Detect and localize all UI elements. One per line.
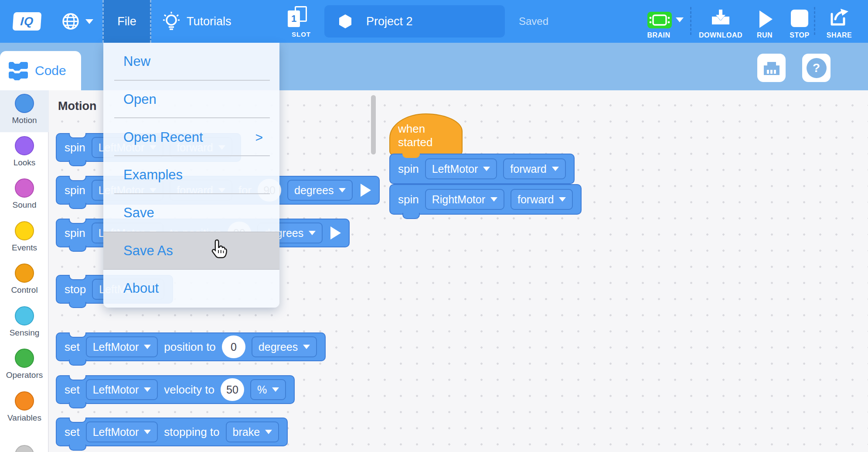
value-input[interactable]: 0 xyxy=(222,336,245,358)
menu-item-examples[interactable]: Examples xyxy=(103,156,279,194)
motion-category-icon xyxy=(15,94,34,113)
hat-label: when started xyxy=(398,122,462,149)
unit-dropdown[interactable]: degrees xyxy=(252,336,317,357)
workspace-block-spin-right[interactable]: spin RightMotor forward xyxy=(389,184,582,215)
block-run-icon[interactable] xyxy=(330,226,341,240)
palette-header-motion: Motion xyxy=(58,99,96,113)
operators-category-icon xyxy=(15,349,34,368)
dropdown-caret-icon xyxy=(339,188,346,192)
hexagon-icon xyxy=(339,14,351,28)
palette-block-set-velocity[interactable]: set LeftMotor velocity to 50 % xyxy=(56,375,295,404)
motor-dropdown[interactable]: LeftMotor xyxy=(425,158,497,179)
language-selector[interactable] xyxy=(61,10,99,33)
block-word: stop xyxy=(65,283,86,296)
globe-icon xyxy=(61,12,80,31)
control-category-icon xyxy=(15,264,34,283)
dropdown-value: LeftMotor xyxy=(93,341,139,353)
project-name-button[interactable]: Project 2 xyxy=(324,5,505,38)
device-port-icon xyxy=(762,59,781,77)
tab-code[interactable]: Code xyxy=(0,51,81,90)
brain-icon[interactable] xyxy=(647,11,672,29)
dropdown-value: forward xyxy=(517,193,554,206)
block-bump xyxy=(69,160,86,166)
block-bump xyxy=(69,445,86,451)
device-info-button[interactable] xyxy=(757,54,786,82)
run-label: RUN xyxy=(751,31,779,39)
when-started-hat-block[interactable]: when started xyxy=(389,113,463,155)
menu-item-open[interactable]: Open xyxy=(103,81,279,119)
block-word: set xyxy=(65,383,80,397)
sidebar-item-looks[interactable]: Looks xyxy=(0,133,49,175)
sidebar-item-sensing[interactable]: Sensing xyxy=(0,303,49,345)
menu-item-open-recent[interactable]: Open Recent> xyxy=(103,118,279,156)
block-run-icon[interactable] xyxy=(361,184,371,197)
sidebar-item-operators[interactable]: Operators xyxy=(0,345,49,387)
block-notch xyxy=(69,133,86,138)
dropdown-value: degrees xyxy=(294,184,334,197)
block-notch xyxy=(69,275,86,280)
myblocks-category-icon xyxy=(15,445,34,452)
direction-dropdown[interactable]: forward xyxy=(511,189,573,210)
block-bump xyxy=(69,302,86,308)
chevron-down-icon xyxy=(85,19,93,24)
motor-dropdown[interactable]: RightMotor xyxy=(425,189,504,210)
palette-block-set-stopping[interactable]: set LeftMotor stopping to brake xyxy=(56,418,288,446)
dropdown-caret-icon xyxy=(552,167,559,171)
motor-dropdown[interactable]: LeftMotor xyxy=(86,379,158,400)
block-word: spin xyxy=(65,184,85,197)
menu-item-save-as[interactable]: Save As xyxy=(103,232,279,270)
sidebar-item-motion[interactable]: Motion xyxy=(0,90,49,132)
block-word: stopping to xyxy=(164,425,219,439)
dropdown-value: forward xyxy=(510,163,546,175)
dropdown-caret-icon xyxy=(483,167,490,171)
download-label: DOWNLOAD xyxy=(695,31,746,39)
blocks-icon xyxy=(7,59,30,82)
menu-item-new[interactable]: New xyxy=(103,43,279,81)
project-name: Project 2 xyxy=(366,15,413,28)
tutorials-button[interactable]: Tutorials xyxy=(162,9,231,34)
menu-item-save[interactable]: Save xyxy=(103,194,279,232)
block-notch xyxy=(69,176,86,181)
palette-scrollbar[interactable] xyxy=(371,95,376,154)
block-word: set xyxy=(65,340,80,354)
dropdown-caret-icon xyxy=(272,387,279,392)
palette-block-set-position[interactable]: set LeftMotor position to 0 degrees xyxy=(56,332,326,361)
dropdown-value: brake xyxy=(233,426,260,438)
hand-cursor-icon xyxy=(208,239,228,261)
brain-chevron-down-icon[interactable] xyxy=(676,17,684,22)
share-icon[interactable] xyxy=(828,8,849,27)
value-input[interactable]: 50 xyxy=(221,378,244,401)
dropdown-value: LeftMotor xyxy=(93,384,139,396)
motor-dropdown[interactable]: LeftMotor xyxy=(86,421,158,442)
dropdown-value: % xyxy=(257,384,267,396)
sidebar-item-myblocks[interactable] xyxy=(0,431,49,452)
block-notch xyxy=(69,418,86,423)
menu-item-about[interactable]: About xyxy=(103,270,279,308)
block-notch xyxy=(69,375,86,380)
submenu-arrow-icon: > xyxy=(255,130,263,145)
file-menu-button[interactable]: File xyxy=(102,0,151,43)
direction-dropdown[interactable]: forward xyxy=(503,158,565,179)
dropdown-caret-icon xyxy=(144,387,151,392)
motor-dropdown[interactable]: LeftMotor xyxy=(86,336,158,357)
block-joint xyxy=(402,154,420,158)
slot-selector[interactable]: 1 SLOT xyxy=(287,5,316,40)
vexcode-iq-app: Motion spin LeftMotor forward spin LeftM… xyxy=(0,0,868,452)
run-icon[interactable] xyxy=(759,10,773,28)
unit-dropdown[interactable]: degrees xyxy=(287,180,353,201)
sound-category-icon xyxy=(15,178,34,198)
tutorials-label: Tutorials xyxy=(187,15,231,28)
dropdown-caret-icon xyxy=(559,197,566,202)
sidebar-item-sound[interactable]: Sound xyxy=(0,175,49,217)
category-sidebar: Motion Looks Sound Events Control Sensin… xyxy=(0,90,49,452)
download-icon[interactable] xyxy=(711,9,731,27)
unit-dropdown[interactable]: % xyxy=(250,379,286,400)
sidebar-item-variables[interactable]: Variables xyxy=(0,388,49,430)
unit-dropdown[interactable]: brake xyxy=(226,421,279,442)
dropdown-value: degrees xyxy=(259,341,298,353)
stop-icon[interactable] xyxy=(791,10,808,27)
workspace-block-spin-left[interactable]: spin LeftMotor forward xyxy=(389,154,575,184)
help-button[interactable]: ? xyxy=(802,54,831,82)
sidebar-item-control[interactable]: Control xyxy=(0,260,49,302)
sidebar-item-events[interactable]: Events xyxy=(0,218,49,260)
